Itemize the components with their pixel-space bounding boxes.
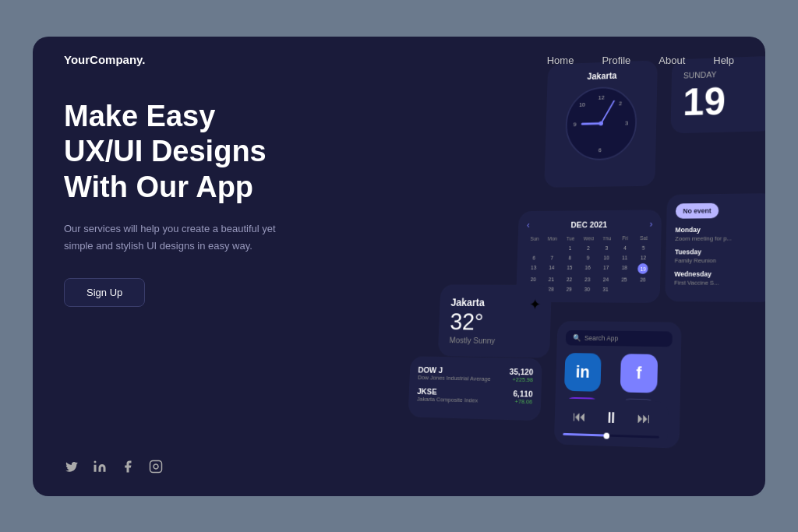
weather-city: Jakarta [450, 296, 540, 308]
nav-profile[interactable]: Profile [602, 55, 630, 66]
weather-widget: Jakarta 32° Mostly Sunny ✦ [438, 284, 552, 358]
stock-dowj-fullname: Dow Jones Industrial Average [418, 374, 491, 382]
cal-prev-arrow[interactable]: ‹ [527, 220, 530, 230]
weather-description: Mostly Sunny [449, 335, 538, 345]
clock-minute-hand [600, 100, 615, 124]
stock-jkse-row: JKSE Jakarta Composite Index 6,110 +78.0… [417, 386, 533, 405]
clock-num-6: 6 [598, 146, 602, 153]
clock-hour-hand [581, 122, 601, 125]
clock-num-9: 9 [574, 121, 577, 128]
schedule-monday: Monday Zoom meeting for p... [675, 225, 765, 241]
schedule-event-wednesday: First Vaccine S... [674, 279, 765, 286]
navbar: YourCompany. Home Profile About Help [33, 37, 765, 83]
stock-jkse-price: 6,110 [513, 389, 532, 398]
twitter-icon[interactable] [64, 459, 79, 474]
weather-temperature: 32° [450, 308, 540, 336]
cal-month-title: DEC 2021 [570, 220, 607, 229]
date-number: 19 [683, 79, 764, 121]
nav-home[interactable]: Home [547, 55, 574, 66]
linkedin-app-icon[interactable]: in [564, 352, 602, 391]
schedule-card: No event Monday Zoom meeting for p... Tu… [665, 193, 765, 302]
svg-rect-1 [150, 460, 162, 472]
stock-widget: DOW J Dow Jones Industrial Average 35,12… [408, 356, 542, 421]
search-icon: 🔍 [573, 333, 581, 341]
music-next-button[interactable]: ⏭ [637, 410, 651, 426]
facebook-icon[interactable] [120, 459, 136, 474]
brand-logo: YourCompany. [64, 53, 145, 66]
clock-num-2: 2 [619, 100, 622, 107]
social-icons-bar [64, 459, 164, 474]
facebook-app-icon[interactable]: f [620, 354, 658, 393]
clock-num-10: 10 [579, 100, 585, 107]
app-search-bar[interactable]: 🔍 Search App [566, 329, 673, 346]
clock-num-12: 12 [598, 93, 604, 100]
schedule-event-tuesday: Family Reunion [675, 257, 765, 264]
stock-jkse: JKSE Jakarta Composite Index 6,110 +78.0… [417, 386, 533, 405]
music-play-button[interactable]: ⏸ [603, 408, 618, 426]
stock-jkse-change: +78.06 [513, 397, 532, 404]
nav-about[interactable]: About [659, 55, 685, 66]
cal-next-arrow[interactable]: › [649, 218, 652, 229]
stock-jkse-fullname: Jakarta Composite Index [417, 395, 478, 403]
schedule-wednesday: Wednesday First Vaccine S... [674, 270, 765, 286]
calendar-header: ‹ DEC 2021 › [527, 218, 653, 230]
music-progress-fill [563, 432, 606, 436]
weather-sun-icon: ✦ [529, 295, 542, 313]
music-progress-bar[interactable] [563, 432, 659, 438]
stock-dowj-price: 35,120 [510, 367, 534, 376]
music-prev-button[interactable]: ⏮ [572, 408, 585, 425]
music-controls: ⏮ ⏸ ⏭ [563, 407, 660, 428]
main-card: YourCompany. Home Profile About Help Mak… [33, 37, 765, 496]
clock-num-3: 3 [625, 119, 628, 126]
clock-face: 12 3 6 9 2 10 [564, 86, 637, 160]
music-progress-thumb[interactable] [604, 432, 610, 439]
clock-center-dot [598, 121, 603, 125]
hero-content: Make Easy UX/UI Designs With Our App Our… [64, 99, 344, 308]
widgets-area: Jakarta 12 3 6 9 2 10 SUNDAY 19 ‹ D [365, 41, 765, 495]
schedule-day-tuesday: Tuesday [675, 248, 765, 255]
signup-button[interactable]: Sign Up [64, 278, 145, 307]
hero-title: Make Easy UX/UI Designs With Our App [64, 99, 344, 206]
hero-subtitle: Our services will help you create a beau… [64, 220, 298, 255]
nav-links: Home Profile About Help [547, 53, 734, 67]
svg-point-0 [94, 460, 97, 463]
nav-help[interactable]: Help [713, 55, 734, 66]
apps-search-placeholder: Search App [584, 334, 619, 342]
schedule-day-monday: Monday [675, 225, 765, 234]
cal-days-header: Sun Mon Tue Wed Thu Fri Sat [526, 235, 652, 241]
schedule-event-monday: Zoom meeting for p... [675, 234, 765, 241]
stock-dowj: DOW J Dow Jones Industrial Average 35,12… [418, 365, 534, 382]
music-widget: ⏮ ⏸ ⏭ [554, 398, 669, 448]
schedule-day-wednesday: Wednesday [674, 270, 765, 277]
stock-dowj-change: +225.98 [509, 375, 533, 382]
stock-dowj-row: DOW J Dow Jones Industrial Average 35,12… [418, 365, 534, 382]
schedule-tuesday: Tuesday Family Reunion [675, 248, 765, 264]
instagram-icon[interactable] [148, 459, 164, 474]
linkedin-icon[interactable] [92, 459, 108, 474]
no-event-button[interactable]: No event [676, 203, 719, 218]
